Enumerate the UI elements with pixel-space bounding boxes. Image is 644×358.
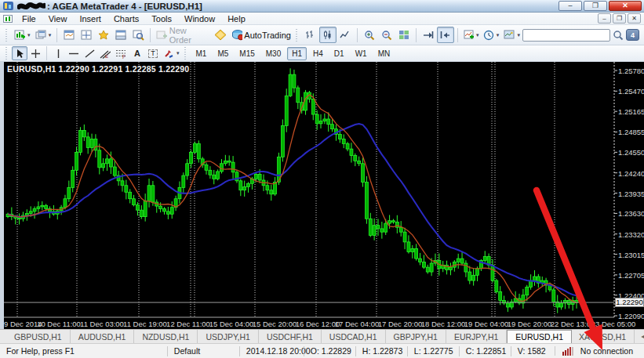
channel-tool-button[interactable]: E bbox=[97, 46, 113, 60]
connection-status[interactable]: No connection bbox=[580, 346, 633, 356]
tab-usdjpy-h1[interactable]: USDJPY,H1 bbox=[198, 330, 258, 343]
search-input[interactable] bbox=[522, 29, 610, 42]
chart-area: EURUSD,H1 1.22290 1.22291 1.22285 1.2229… bbox=[0, 62, 644, 329]
chart-shift-button[interactable] bbox=[437, 27, 454, 43]
new-chart-button[interactable] bbox=[12, 27, 33, 43]
status-profile[interactable]: Default bbox=[167, 346, 239, 356]
zoom-in-button[interactable] bbox=[361, 27, 378, 43]
navigator-button[interactable] bbox=[95, 27, 112, 43]
terminal-button[interactable] bbox=[112, 27, 129, 43]
timeframe-m30[interactable]: M30 bbox=[261, 47, 286, 60]
timeframe-d1[interactable]: D1 bbox=[329, 47, 349, 60]
svg-text:E: E bbox=[105, 54, 108, 59]
tab-gbpjpy-h1[interactable]: GBPJPY,H1 bbox=[386, 330, 446, 343]
metaeditor-icon bbox=[214, 29, 227, 41]
text-label-icon: T bbox=[148, 49, 158, 58]
window-edge bbox=[0, 62, 4, 329]
timeframe-h4[interactable]: H4 bbox=[308, 47, 328, 60]
text-tool-button[interactable]: A bbox=[129, 46, 145, 60]
bar-chart-icon bbox=[305, 30, 315, 40]
timeframe-m1[interactable]: M1 bbox=[191, 47, 212, 60]
chart-minimize-button[interactable]: – bbox=[598, 13, 611, 24]
fibonacci-tool-button[interactable]: F bbox=[113, 46, 129, 60]
tab-nzdusd-h1[interactable]: NZDUSD,H1 bbox=[134, 330, 198, 343]
autotrading-label: AutoTrading bbox=[244, 31, 291, 40]
vertical-line-icon bbox=[55, 49, 62, 59]
timeframe-m15[interactable]: M15 bbox=[235, 47, 259, 60]
menu-view[interactable]: View bbox=[42, 13, 74, 24]
line-chart-button[interactable] bbox=[337, 27, 354, 43]
tab-gbpusd-h1[interactable]: GBPUSD,H1 bbox=[6, 330, 71, 343]
toolbar-grip[interactable] bbox=[296, 29, 300, 42]
chart-restore-button[interactable]: ❐ bbox=[613, 13, 626, 24]
menu-tools[interactable]: Tools bbox=[145, 13, 178, 24]
crosshair-tool-button[interactable] bbox=[27, 46, 43, 60]
candlestick-chart-button[interactable] bbox=[319, 27, 337, 43]
metaeditor-button[interactable] bbox=[212, 27, 229, 43]
zoom-out-button[interactable] bbox=[378, 27, 395, 43]
data-window-button[interactable] bbox=[78, 27, 95, 43]
chart-tab-bar: GBPUSD,H1AUDUSD,H1NZDUSD,H1USDJPY,H1USDC… bbox=[0, 329, 644, 343]
tile-windows-button[interactable] bbox=[395, 27, 413, 43]
indicators-button[interactable] bbox=[461, 27, 482, 43]
search-icon[interactable] bbox=[613, 30, 624, 41]
tab-xauusd-h1[interactable]: XAUUSD,H1 bbox=[571, 330, 635, 343]
new-order-label: New Order bbox=[169, 26, 209, 45]
auto-scroll-button[interactable] bbox=[420, 27, 437, 43]
templates-button[interactable] bbox=[501, 27, 522, 43]
title-bar: : AGEA MetaTrader 4 - [EURUSD,H1] – ❐ ✕ bbox=[0, 0, 644, 13]
metatrader-window: : AGEA MetaTrader 4 - [EURUSD,H1] – ❐ ✕ … bbox=[0, 0, 644, 358]
app-logo-icon bbox=[3, 2, 13, 10]
menu-file[interactable]: File bbox=[16, 13, 42, 24]
horizontal-line-tool-button[interactable] bbox=[66, 46, 82, 60]
tab-usdchf-h1[interactable]: USDCHF,H1 bbox=[259, 330, 322, 343]
navigator-icon bbox=[98, 30, 110, 41]
toolbar-grip[interactable] bbox=[5, 29, 9, 42]
chart-window-icon bbox=[3, 15, 13, 23]
auto-scroll-icon bbox=[423, 30, 434, 40]
tab-eurjpy-h1[interactable]: EURJPY,H1 bbox=[446, 330, 507, 343]
autotrading-button[interactable]: AutoTrading bbox=[229, 27, 293, 43]
vertical-line-tool-button[interactable] bbox=[50, 46, 66, 60]
drawing-toolbar: E F A T M1M5M15M30H1H4D1W1MN bbox=[0, 45, 644, 62]
window-close-button[interactable]: ✕ bbox=[609, 1, 642, 11]
text-label-tool-button[interactable]: T bbox=[145, 46, 161, 60]
window-restore-button[interactable]: ❐ bbox=[584, 1, 607, 11]
new-chart-icon bbox=[14, 30, 25, 41]
chart-canvas[interactable] bbox=[0, 62, 644, 329]
arrows-tool-button[interactable] bbox=[161, 46, 182, 60]
fibonacci-icon: F bbox=[115, 49, 127, 59]
strategy-tester-button[interactable] bbox=[129, 27, 147, 43]
menu-help[interactable]: Help bbox=[221, 13, 252, 24]
profiles-button[interactable] bbox=[33, 27, 54, 43]
tabs-scroll-left-icon[interactable]: ◀ bbox=[641, 333, 644, 340]
new-order-button[interactable]: New Order bbox=[154, 27, 212, 43]
timeframe-h1[interactable]: H1 bbox=[287, 47, 307, 60]
chart-close-button[interactable]: ✕ bbox=[628, 13, 641, 24]
bar-chart-button[interactable] bbox=[302, 27, 319, 43]
status-open: O: 1.22829 bbox=[304, 346, 355, 356]
tab-usdcad-h1[interactable]: USDCAD,H1 bbox=[322, 330, 386, 343]
cursor-tool-button[interactable] bbox=[12, 46, 27, 60]
chat-icon[interactable]: 4 bbox=[626, 29, 639, 41]
timeframe-mn[interactable]: MN bbox=[373, 47, 395, 60]
status-volume: V: 1582 bbox=[511, 346, 555, 356]
menu-insert[interactable]: Insert bbox=[73, 13, 107, 24]
tab-audusd-h1[interactable]: AUDUSD,H1 bbox=[71, 330, 135, 343]
window-minimize-button[interactable]: – bbox=[558, 1, 582, 11]
zoom-out-icon bbox=[381, 30, 392, 41]
tab-eurusd-h1[interactable]: EURUSD,H1 bbox=[507, 330, 572, 343]
zoom-in-icon bbox=[364, 30, 375, 41]
menu-bar: FileViewInsertChartsToolsWindowHelp – ❐ … bbox=[0, 13, 644, 25]
timeframe-w1[interactable]: W1 bbox=[351, 47, 372, 60]
periods-button[interactable] bbox=[481, 27, 501, 43]
menu-window[interactable]: Window bbox=[178, 13, 221, 24]
toolbar-grip[interactable] bbox=[5, 47, 9, 60]
market-watch-button[interactable] bbox=[60, 27, 78, 43]
trendline-tool-button[interactable] bbox=[82, 46, 97, 60]
status-help: For Help, press F1 bbox=[0, 346, 167, 356]
menu-charts[interactable]: Charts bbox=[107, 13, 145, 24]
toolbar-grip[interactable] bbox=[184, 47, 188, 60]
status-close: C: 1.22851 bbox=[459, 346, 511, 356]
timeframe-m5[interactable]: M5 bbox=[213, 47, 233, 60]
